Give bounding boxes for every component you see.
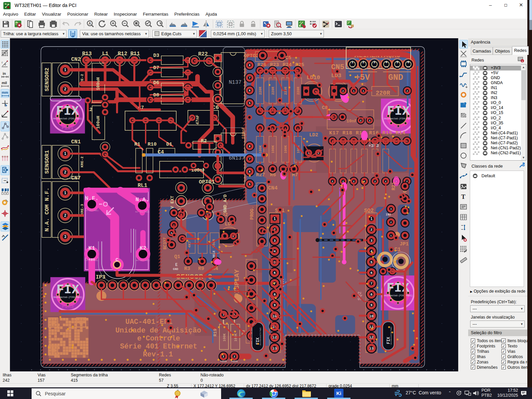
svg-text:100K: 100K [284, 145, 288, 153]
svg-text:13: 13 [369, 346, 374, 350]
svg-text:R10: R10 [148, 142, 157, 147]
svg-text:DISPLAY: DISPLAY [233, 269, 241, 297]
svg-text:2: 2 [332, 180, 333, 183]
svg-text:C5: C5 [285, 55, 291, 61]
svg-text:Unconnected-(FIX3-Pad1): Unconnected-(FIX3-Pad1) [54, 296, 82, 299]
svg-text:R9: R9 [198, 266, 204, 272]
svg-text:1: 1 [353, 89, 355, 92]
svg-text:FIX: FIX [56, 104, 79, 118]
svg-text:N.A. COM N.F.: N.A. COM N.F. [44, 188, 50, 232]
svg-text:100K: 100K [223, 333, 226, 341]
svg-text:N.A.: N.A. [136, 197, 149, 203]
svg-text:1: 1 [273, 217, 276, 221]
svg-text:KRE-2: KRE-2 [80, 156, 84, 167]
svg-text:GND: GND [407, 66, 410, 68]
svg-text:RL1: RL1 [138, 183, 147, 189]
svg-text:+5V: +5V [362, 66, 365, 68]
svg-text:2: 2 [374, 180, 376, 183]
svg-text:7: 7 [370, 282, 373, 286]
svg-text:C: C [115, 257, 118, 263]
svg-text:UAC-401-ER1: UAC-401-ER1 [125, 318, 173, 326]
svg-text:3: 3 [370, 239, 373, 243]
svg-text:2: 2 [64, 87, 66, 92]
svg-text:+5V: +5V [351, 66, 354, 68]
svg-text:6: 6 [249, 170, 250, 174]
svg-text:GND: GND [388, 73, 403, 82]
svg-text:7: 7 [249, 76, 250, 80]
svg-text:4: 4 [385, 61, 387, 64]
svg-text:220R: 220R [271, 87, 275, 95]
svg-text:D7: D7 [153, 65, 159, 71]
svg-text:GND: GND [173, 268, 179, 271]
svg-text:Q1: Q1 [174, 254, 180, 260]
svg-text:7: 7 [249, 158, 250, 161]
svg-text:E: E [175, 263, 178, 267]
svg-text:2: 2 [64, 170, 66, 175]
svg-text:8: 8 [249, 64, 250, 67]
svg-text:2: 2 [362, 61, 364, 64]
svg-text:8: 8 [274, 293, 276, 297]
svg-text:FIX: FIX [387, 104, 410, 118]
svg-text:D1: D1 [166, 142, 172, 147]
svg-text:LD2: LD2 [309, 132, 318, 138]
svg-text:9: 9 [370, 303, 373, 307]
svg-text:SENSOR2: SENSOR2 [44, 67, 50, 91]
svg-text:10nF: 10nF [346, 119, 357, 124]
svg-text:D3: D3 [153, 53, 159, 59]
svg-text:1: 1 [64, 191, 66, 196]
svg-text:R19: R19 [213, 329, 218, 336]
svg-text:e Controle: e Controle [137, 334, 180, 342]
svg-text:+5V: +5V [355, 73, 370, 82]
svg-text:8: 8 [370, 293, 373, 297]
svg-text:2: 2 [390, 221, 392, 224]
svg-text:RELE: RELE [212, 250, 216, 258]
svg-text:CN1: CN1 [71, 139, 81, 145]
svg-text:JP1: JP1 [400, 241, 409, 247]
svg-text:1: 1 [351, 61, 353, 64]
svg-text:3: 3 [64, 235, 66, 239]
svg-text:IN2: IN2 [386, 213, 391, 216]
svg-text:2: 2 [369, 119, 371, 122]
svg-text:D6: D6 [153, 80, 159, 86]
svg-text:K1: K1 [88, 245, 95, 251]
svg-text:6: 6 [274, 271, 276, 275]
svg-text:SENSOR1: SENSOR1 [44, 150, 50, 174]
svg-text:CN2: CN2 [71, 57, 81, 63]
svg-text:2: 2 [64, 213, 66, 218]
svg-text:3: 3 [390, 207, 392, 210]
svg-text:220R: 220R [297, 87, 300, 95]
svg-text:12: 12 [272, 335, 277, 339]
svg-text:47nF: 47nF [196, 115, 200, 125]
svg-text:Net-(RL1-Pad1): Net-(RL1-Pad1) [136, 260, 150, 262]
svg-text:CN7: CN7 [71, 175, 81, 181]
svg-text:IP3: IP3 [96, 274, 105, 280]
svg-text:5: 5 [249, 102, 250, 105]
svg-text:6: 6 [407, 61, 409, 64]
svg-text:2: 2 [360, 119, 362, 122]
svg-text:+5V: +5V [88, 258, 95, 262]
svg-text:Net-(RL1-Pad1): Net-(RL1-Pad1) [135, 211, 149, 213]
svg-text:4K7: 4K7 [188, 241, 192, 248]
svg-text:PROG.: PROG. [249, 206, 255, 220]
svg-text:R21: R21 [391, 182, 396, 190]
svg-text:2: 2 [222, 355, 224, 358]
svg-text:5: 5 [396, 61, 398, 64]
svg-text:FIX: FIX [57, 283, 79, 297]
svg-text:2: 2 [342, 89, 344, 92]
svg-text:1: 1 [370, 217, 372, 221]
svg-text:Rev-1.1: Rev-1.1 [143, 350, 173, 358]
svg-text:100uH: 100uH [96, 77, 101, 90]
svg-text:Unconnected-(FIX1-Pad1): Unconnected-(FIX1-Pad1) [53, 118, 82, 120]
svg-text:220R: 220R [376, 90, 390, 96]
svg-text:3: 3 [274, 239, 276, 243]
svg-text:2: 2 [353, 180, 355, 183]
svg-text:T: T [461, 193, 466, 200]
svg-text:Unconnected-(FIX-Pad1): Unconnected-(FIX-Pad1) [259, 327, 261, 346]
svg-text:GND: GND [385, 66, 388, 68]
svg-text:2: 2 [370, 228, 373, 232]
svg-text:3: 3 [373, 61, 375, 64]
svg-text:1: 1 [363, 89, 364, 92]
svg-text:13: 13 [272, 346, 277, 350]
svg-text:in: in [3, 71, 6, 75]
svg-text:GND: GND [396, 66, 399, 68]
